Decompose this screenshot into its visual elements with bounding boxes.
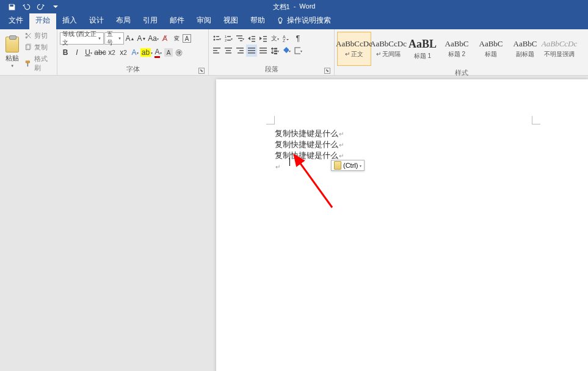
group-font: 等线 (西文正文▼ 五号▼ A▲ A▼ Aa▾ A̸ 変 A B I U▾ ab…: [57, 29, 209, 75]
document-name: 文档1: [273, 2, 290, 12]
app-name: Word: [299, 2, 315, 12]
svg-rect-24: [248, 48, 255, 49]
cut-button[interactable]: 剪切: [23, 31, 54, 41]
paste-options-button[interactable]: (Ctrl) ▾: [331, 160, 365, 171]
style-subtle-emphasis[interactable]: AaBbCcDc 不明显强调: [542, 32, 576, 66]
svg-point-2: [214, 36, 216, 38]
decrease-indent-button[interactable]: [246, 32, 257, 45]
svg-rect-21: [236, 48, 244, 49]
multilevel-list-button[interactable]: ▾: [234, 32, 245, 45]
font-group-label: 字体 ⬊: [60, 63, 206, 75]
style-title[interactable]: AaBbC 标题: [474, 32, 508, 66]
tab-home[interactable]: 开始: [29, 12, 56, 29]
bullets-button[interactable]: ▾: [211, 32, 222, 45]
copy-button[interactable]: 复制: [23, 42, 54, 52]
tab-references[interactable]: 引用: [137, 12, 164, 29]
svg-rect-26: [248, 52, 255, 54]
numbering-button[interactable]: 12▾: [223, 32, 234, 45]
style-normal[interactable]: AaBbCcDc ↵ 正文: [337, 32, 371, 66]
tab-layout[interactable]: 布局: [110, 12, 137, 29]
ribbon-tabs: 文件 开始 插入 设计 布局 引用 邮件 审阅 视图 帮助 操作说明搜索: [0, 13, 588, 29]
clear-formatting-button[interactable]: A̸: [159, 32, 170, 45]
tab-review[interactable]: 审阅: [191, 12, 217, 29]
enclose-characters-button[interactable]: ㊝: [173, 46, 184, 59]
document-area[interactable]: 复制快捷键是什么 复制快捷键是什么 复制快捷键是什么 (Ctrl) ▾: [0, 76, 588, 371]
svg-rect-22: [239, 50, 244, 51]
sort-button[interactable]: AZ: [281, 32, 292, 45]
lightbulb-icon: [276, 16, 285, 25]
borders-button[interactable]: ▾: [292, 45, 303, 57]
bold-button[interactable]: B: [60, 46, 71, 59]
text-effects-button[interactable]: A▾: [129, 46, 140, 59]
highlight-button[interactable]: ab▾: [141, 46, 152, 59]
paintbrush-icon: [24, 60, 32, 68]
tell-me-label: 操作说明搜索: [287, 15, 331, 26]
undo-button[interactable]: [20, 1, 33, 12]
underline-button[interactable]: U▾: [83, 46, 94, 59]
save-button[interactable]: [5, 1, 18, 12]
strikethrough-button[interactable]: abc: [95, 46, 106, 59]
align-center-button[interactable]: [223, 45, 234, 57]
group-styles: AaBbCcDc ↵ 正文 AaBbCcDc ↵ 无间隔 AaBL 标题 1 A…: [335, 29, 588, 75]
scissors-icon: [24, 32, 32, 40]
style-subtitle[interactable]: AaBbC 副标题: [508, 32, 542, 66]
paste-options-label: (Ctrl): [343, 162, 358, 169]
justify-button[interactable]: [246, 45, 257, 57]
format-painter-button[interactable]: 格式刷: [23, 54, 54, 73]
font-size-combo[interactable]: 五号▼: [104, 32, 124, 45]
window-title: 文档1 - Word: [273, 2, 316, 12]
svg-rect-28: [260, 50, 267, 51]
change-case-button[interactable]: Aa▾: [148, 32, 159, 45]
paragraph-dialog-launcher[interactable]: ⬊: [324, 68, 330, 74]
distributed-button[interactable]: [258, 45, 269, 57]
font-color-button[interactable]: A▾: [153, 46, 164, 59]
show-hide-marks-button[interactable]: ¶: [292, 32, 303, 45]
svg-rect-10: [236, 35, 242, 37]
doc-line[interactable]: 复制快捷键是什么: [275, 139, 344, 150]
title-bar: 文档1 - Word: [0, 0, 588, 13]
clipboard-small-icon: [334, 161, 341, 170]
tab-file[interactable]: 文件: [2, 12, 29, 29]
svg-rect-25: [248, 50, 255, 51]
tab-mailings[interactable]: 邮件: [164, 12, 191, 29]
grow-font-button[interactable]: A▲: [125, 32, 136, 45]
chevron-down-icon: ▼: [10, 64, 14, 68]
superscript-button[interactable]: x2: [118, 46, 129, 59]
paste-button[interactable]: 粘贴 ▼: [2, 31, 22, 73]
character-shading-button[interactable]: A: [164, 48, 173, 57]
paragraph-group-label: 段落 ⬊: [211, 63, 332, 75]
character-border-button[interactable]: A: [183, 34, 191, 43]
align-left-button[interactable]: [211, 45, 222, 57]
tab-design[interactable]: 设计: [83, 12, 110, 29]
font-name-combo[interactable]: 等线 (西文正文▼: [60, 32, 104, 45]
tab-help[interactable]: 帮助: [244, 12, 271, 29]
italic-button[interactable]: I: [71, 46, 82, 59]
doc-line[interactable]: 复制快捷键是什么: [275, 128, 344, 139]
svg-rect-15: [213, 48, 220, 49]
tell-me-search[interactable]: 操作说明搜索: [271, 15, 336, 29]
qat-customize-button[interactable]: [49, 1, 62, 12]
increase-indent-button[interactable]: [258, 32, 269, 45]
svg-rect-23: [238, 52, 244, 54]
align-right-button[interactable]: [234, 45, 245, 57]
page[interactable]: 复制快捷键是什么 复制快捷键是什么 复制快捷键是什么 (Ctrl) ▾: [216, 79, 588, 371]
shading-button[interactable]: ▾: [281, 45, 292, 57]
shrink-font-button[interactable]: A▼: [136, 32, 147, 45]
phonetic-guide-button[interactable]: 変: [171, 32, 182, 45]
styles-gallery[interactable]: AaBbCcDc ↵ 正文 AaBbCcDc ↵ 无间隔 AaBL 标题 1 A…: [337, 31, 586, 67]
line-spacing-button[interactable]: ▾: [269, 45, 280, 57]
style-heading2[interactable]: AaBbC 标题 2: [440, 32, 474, 66]
svg-rect-16: [213, 50, 217, 51]
asian-layout-button[interactable]: 文▾: [269, 32, 280, 45]
tab-view[interactable]: 视图: [217, 12, 244, 29]
format-painter-label: 格式刷: [34, 54, 53, 73]
subscript-button[interactable]: x2: [106, 46, 117, 59]
style-heading1[interactable]: AaBL 标题 1: [405, 32, 440, 66]
tab-insert[interactable]: 插入: [56, 12, 83, 29]
style-no-spacing[interactable]: AaBbCcDc ↵ 无间隔: [371, 32, 405, 66]
chevron-down-icon: ▾: [360, 164, 361, 168]
redo-button[interactable]: [34, 1, 48, 12]
font-dialog-launcher[interactable]: ⬊: [198, 68, 205, 74]
svg-text:Z: Z: [283, 38, 286, 43]
group-paragraph: ▾ 12▾ ▾ 文▾ AZ ¶ ▾ ▾ ▾ 段落 ⬊: [209, 29, 335, 75]
